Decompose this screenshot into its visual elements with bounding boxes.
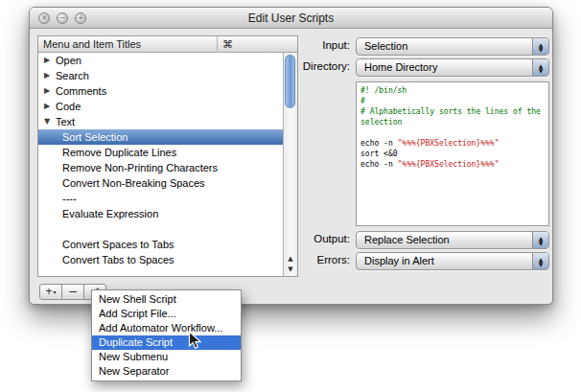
output-label: Output: xyxy=(241,233,350,244)
menu-item-duplicate-script[interactable]: Duplicate Script xyxy=(92,335,241,350)
output-popup-value: Replace Selection xyxy=(364,232,450,248)
code-string: "%%%{PBXSelection}%%%" xyxy=(398,160,500,169)
edit-user-scripts-window: × − + Edit User Scripts Menu and Item Ti… xyxy=(29,7,553,305)
code-line: # xyxy=(360,96,546,106)
dropdown-arrow-icon: ▾ xyxy=(54,285,57,299)
input-popup[interactable]: Selection ▲▼ xyxy=(356,37,549,56)
menu-item-new-separator[interactable]: New Separator xyxy=(92,364,241,379)
list-item-separator[interactable]: ---- xyxy=(38,267,283,276)
menu-item-add-script-file[interactable]: Add Script File... xyxy=(92,307,241,321)
remove-script-button[interactable]: − xyxy=(61,284,84,300)
add-script-button[interactable]: + ▾ xyxy=(39,284,62,300)
list-item-label: Code xyxy=(55,99,81,114)
disclosure-triangle-icon[interactable]: ▶ xyxy=(44,99,55,114)
errors-popup[interactable]: Display in Alert ▲▼ xyxy=(356,252,549,270)
list-item-evaluate-expression[interactable]: Evaluate Expression xyxy=(38,206,283,221)
disclosure-triangle-icon[interactable]: ▼ xyxy=(44,114,55,129)
list-item-label: Comments xyxy=(55,83,106,99)
code-line: echo -n "%%%{PBXSelection}%%%" xyxy=(360,138,546,149)
directory-popup-value: Home Directory xyxy=(364,59,437,76)
errors-popup-value: Display in Alert xyxy=(364,253,434,269)
code-command: echo -n xyxy=(360,139,398,148)
output-popup[interactable]: Replace Selection ▲▼ xyxy=(356,231,549,249)
list-item-remove-duplicate-lines[interactable]: Remove Duplicate Lines xyxy=(38,145,283,160)
list-item-convert-non-breaking-spaces[interactable]: Convert Non-Breaking Spaces xyxy=(38,175,283,191)
list-item-label: ---- xyxy=(62,267,77,276)
popup-stepper-icon: ▲▼ xyxy=(532,59,548,76)
window-title: Edit User Scripts xyxy=(30,8,552,29)
list-item-remove-non-printing-characters[interactable]: Remove Non-Printing Characters xyxy=(38,160,283,175)
title-bar[interactable]: × − + Edit User Scripts xyxy=(30,8,552,29)
list-item-label: Remove Duplicate Lines xyxy=(62,145,176,160)
add-script-menu: New Shell Script Add Script File... Add … xyxy=(91,289,242,381)
code-line: echo -n "%%%{PBXSelection}%%%" xyxy=(360,159,546,170)
menu-item-add-automator-workflow[interactable]: Add Automator Workflow... xyxy=(92,321,241,335)
popup-stepper-icon: ▲▼ xyxy=(532,38,548,55)
list-header-title: Menu and Item Titles xyxy=(43,36,141,53)
list-item-label: ---- xyxy=(62,191,77,206)
list-item-label: Text xyxy=(55,114,75,129)
list-item-label: Convert Spaces to Tabs xyxy=(62,237,174,252)
list-item-text[interactable]: ▼ Text xyxy=(38,114,283,129)
list-item-separator[interactable]: ---- xyxy=(38,191,283,206)
popup-stepper-icon: ▲▼ xyxy=(532,253,548,269)
input-label: Input: xyxy=(241,39,350,51)
list-item-label: Evaluate Expression xyxy=(62,206,158,221)
code-line xyxy=(360,127,546,138)
list-item-label: Open xyxy=(55,53,81,68)
list-item-label: Search xyxy=(55,68,89,83)
code-line: sort <&0 xyxy=(360,149,546,159)
code-line: #! /bin/sh xyxy=(360,85,546,96)
script-source-editor[interactable]: #! /bin/sh # # Alphabetically sorts the … xyxy=(356,81,549,226)
list-item-label: Convert Tabs to Spaces xyxy=(62,252,174,267)
plus-icon: + xyxy=(45,285,52,299)
scroll-down-button[interactable]: ▼ xyxy=(284,265,297,275)
directory-popup[interactable]: Home Directory ▲▼ xyxy=(356,58,549,77)
menu-item-new-shell-script[interactable]: New Shell Script xyxy=(92,292,241,307)
directory-label: Directory: xyxy=(241,60,350,72)
popup-stepper-icon: ▲▼ xyxy=(532,232,548,248)
list-item-label: Sort Selection xyxy=(62,129,128,145)
errors-label: Errors: xyxy=(241,254,350,265)
list-item-label: Remove Non-Printing Characters xyxy=(62,160,218,175)
code-command: echo -n xyxy=(360,160,398,169)
menu-item-new-submenu[interactable]: New Submenu xyxy=(92,350,241,364)
list-item-sort-selection[interactable]: Sort Selection xyxy=(38,129,283,145)
input-popup-value: Selection xyxy=(364,38,407,55)
minus-icon: − xyxy=(68,285,78,299)
code-string: "%%%{PBXSelection}%%%" xyxy=(398,139,500,148)
list-item-code[interactable]: ▶ Code xyxy=(38,99,283,114)
code-line: # Alphabetically sorts the lines of the … xyxy=(360,106,546,127)
list-item-label: Convert Non-Breaking Spaces xyxy=(62,175,205,191)
disclosure-triangle-icon[interactable]: ▶ xyxy=(44,68,55,83)
column-divider xyxy=(217,36,218,52)
disclosure-triangle-icon[interactable]: ▶ xyxy=(44,53,55,68)
desktop-background: { "colors": { "selection-blue-top": "#85… xyxy=(0,0,581,392)
list-item-comments[interactable]: ▶ Comments xyxy=(38,83,283,99)
disclosure-triangle-icon[interactable]: ▶ xyxy=(44,83,55,99)
